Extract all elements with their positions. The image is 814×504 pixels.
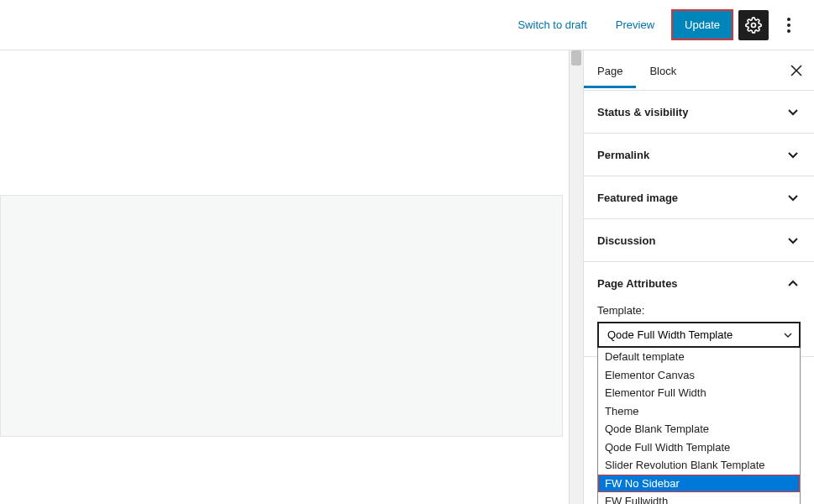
settings-button[interactable] <box>738 10 769 40</box>
panel-permalink-header[interactable]: Permalink <box>584 134 814 176</box>
template-option[interactable]: Elementor Canvas <box>598 366 800 385</box>
svg-point-2 <box>787 24 790 27</box>
template-option[interactable]: Qode Full Width Template <box>598 438 800 457</box>
kebab-icon <box>787 18 790 33</box>
panel-discussion-header[interactable]: Discussion <box>584 219 814 261</box>
svg-point-0 <box>752 23 756 27</box>
panel-page-attributes-header[interactable]: Page Attributes <box>584 262 814 304</box>
chevron-up-icon <box>785 276 801 291</box>
panel-featured-image: Featured image <box>584 176 814 219</box>
template-select-wrap: Qode Full Width Template Default templat… <box>597 322 801 348</box>
panel-status-visibility-header[interactable]: Status & visibility <box>584 91 814 133</box>
template-dropdown: Default templateElementor CanvasElemento… <box>597 348 801 504</box>
panel-discussion: Discussion <box>584 219 814 262</box>
chevron-down-icon <box>785 190 801 205</box>
settings-sidebar: Page Block Status & visibility Permalin <box>583 50 814 504</box>
panel-featured-image-header[interactable]: Featured image <box>584 176 814 218</box>
editor-layout: Page Block Status & visibility Permalin <box>0 50 814 504</box>
template-option[interactable]: Slider Revolution Blank Template <box>598 456 800 475</box>
chevron-down-icon <box>785 104 801 119</box>
scrollbar-thumb[interactable] <box>571 50 581 66</box>
close-sidebar-button[interactable] <box>779 65 814 76</box>
close-icon <box>790 65 802 76</box>
chevron-down-icon <box>784 331 792 339</box>
gear-icon <box>745 17 762 34</box>
template-option[interactable]: FW Fullwidth <box>598 492 800 504</box>
template-option[interactable]: FW No Sidebar <box>598 475 800 493</box>
svg-point-3 <box>787 29 790 33</box>
update-button[interactable]: Update <box>671 9 733 40</box>
template-label: Template: <box>597 304 801 317</box>
panel-title: Permalink <box>597 149 649 161</box>
template-option[interactable]: Theme <box>598 402 800 421</box>
svg-point-1 <box>787 18 790 21</box>
chevron-down-icon <box>785 147 801 162</box>
more-options-button[interactable] <box>774 10 804 40</box>
tab-block[interactable]: Block <box>636 52 690 88</box>
switch-to-draft-link[interactable]: Switch to draft <box>506 12 598 38</box>
preview-link[interactable]: Preview <box>604 12 666 38</box>
panel-title: Discussion <box>597 234 655 247</box>
panel-page-attributes-body: Template: Qode Full Width Template Defau… <box>584 304 814 356</box>
template-option[interactable]: Default template <box>598 348 800 366</box>
panel-permalink: Permalink <box>584 134 814 176</box>
panel-page-attributes: Page Attributes Template: Qode Full Widt… <box>584 262 814 357</box>
editor-toolbar: Switch to draft Preview Update <box>0 0 814 50</box>
canvas-empty-block[interactable] <box>0 195 563 437</box>
panel-title: Status & visibility <box>597 106 688 118</box>
tab-page[interactable]: Page <box>584 52 636 88</box>
chevron-down-icon <box>785 233 801 248</box>
panel-title: Featured image <box>597 192 678 204</box>
canvas-scrollbar[interactable] <box>569 50 583 504</box>
panel-status-visibility: Status & visibility <box>584 91 814 134</box>
template-option[interactable]: Qode Blank Template <box>598 420 800 438</box>
template-select[interactable]: Qode Full Width Template <box>597 322 801 348</box>
sidebar-tabs: Page Block <box>584 50 814 91</box>
template-option[interactable]: Elementor Full Width <box>598 384 800 402</box>
editor-canvas[interactable] <box>0 50 583 504</box>
panel-title: Page Attributes <box>597 277 678 290</box>
template-selected-value: Qode Full Width Template <box>607 328 733 341</box>
